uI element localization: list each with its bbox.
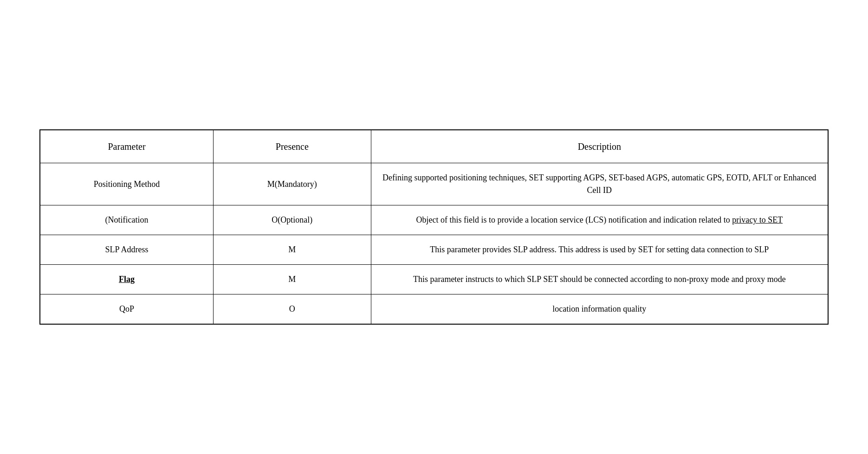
table-container: Parameter Presence Description Positioni… — [39, 129, 829, 325]
cell-parameter-slp: SLP Address — [40, 235, 214, 265]
cell-parameter-flag: Flag — [40, 265, 214, 294]
cell-presence-positioning: M(Mandatory) — [214, 163, 371, 205]
cell-presence-qop: O — [214, 294, 371, 325]
cell-parameter-qop: QoP — [40, 294, 214, 325]
underline-privacy: privacy to SET — [732, 215, 783, 224]
parameters-table: Parameter Presence Description Positioni… — [39, 129, 829, 325]
cell-presence-flag: M — [214, 265, 371, 294]
header-presence: Presence — [214, 130, 371, 163]
table-row: SLP Address M This parameter provides SL… — [40, 235, 828, 265]
cell-parameter-notification: (Notification — [40, 205, 214, 235]
table-row: Positioning Method M(Mandatory) Defining… — [40, 163, 828, 205]
table-row: Flag M This parameter instructs to which… — [40, 265, 828, 294]
cell-description-slp: This parameter provides SLP address. Thi… — [371, 235, 828, 265]
header-parameter: Parameter — [40, 130, 214, 163]
cell-presence-notification: O(Optional) — [214, 205, 371, 235]
cell-description-positioning: Defining supported positioning technique… — [371, 163, 828, 205]
cell-description-notification: Object of this field is to provide a loc… — [371, 205, 828, 235]
flag-label: Flag — [119, 275, 135, 284]
table-row: QoP O location information quality — [40, 294, 828, 325]
header-row: Parameter Presence Description — [40, 130, 828, 163]
cell-description-flag: This parameter instructs to which SLP SE… — [371, 265, 828, 294]
cell-parameter-positioning: Positioning Method — [40, 163, 214, 205]
cell-description-qop: location information quality — [371, 294, 828, 325]
cell-presence-slp: M — [214, 235, 371, 265]
header-description: Description — [371, 130, 828, 163]
table-row: (Notification O(Optional) Object of this… — [40, 205, 828, 235]
